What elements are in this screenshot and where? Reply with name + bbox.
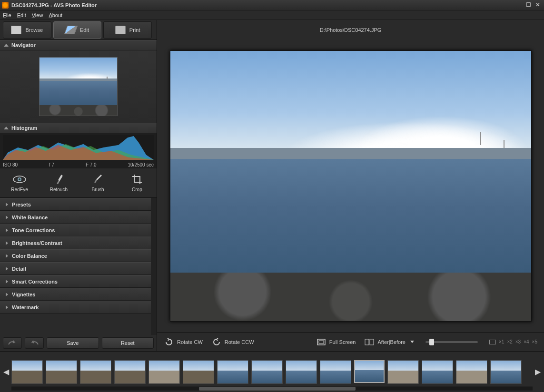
- zoom-1x[interactable]: ×1: [499, 339, 504, 344]
- histogram-panel: ISO 80 f 7 F 7.0 10/2500 sec: [0, 133, 157, 168]
- thumbnail[interactable]: [148, 360, 180, 384]
- edit-tab[interactable]: Edit: [53, 21, 102, 39]
- chevron-right-icon: [6, 216, 8, 219]
- filmstrip-next-button[interactable]: ▶: [534, 355, 542, 389]
- chevron-right-icon: [6, 305, 8, 309]
- chevron-right-icon: [6, 228, 8, 232]
- menu-file[interactable]: File: [3, 12, 11, 18]
- accordion-smart-corrections[interactable]: Smart Corrections: [0, 275, 151, 288]
- accordion-color-balance[interactable]: Color Balance: [0, 249, 151, 262]
- app-icon: [2, 2, 9, 9]
- chevron-right-icon: [6, 267, 8, 271]
- save-button[interactable]: Save: [47, 337, 99, 349]
- main-panel: D:\Photos\DSC04274.JPG: [157, 20, 544, 351]
- accordion-presets[interactable]: Presets: [0, 198, 151, 211]
- accordion-tone-corrections[interactable]: Tone Corrections: [0, 224, 151, 236]
- split-view-icon: [364, 337, 375, 347]
- redo-button[interactable]: [25, 337, 44, 349]
- accordion-list: Presets White Balance Tone Corrections B…: [0, 198, 151, 335]
- menubar: File Edit View About: [0, 10, 544, 20]
- svg-rect-5: [317, 339, 325, 345]
- zoom-fit-button[interactable]: [489, 340, 496, 344]
- thumbnail[interactable]: [490, 360, 522, 384]
- rotate-ccw-button[interactable]: Rotate CCW: [211, 337, 254, 347]
- menu-view[interactable]: View: [32, 12, 43, 18]
- folder-icon: [11, 26, 21, 34]
- tool-row: RedEye Retouch Brush Crop: [0, 168, 157, 198]
- thumbnail[interactable]: [183, 360, 214, 384]
- browse-tab[interactable]: Browse: [3, 21, 51, 39]
- print-tab[interactable]: Print: [103, 21, 152, 39]
- svg-rect-7: [365, 339, 369, 345]
- zoom-presets: ×1 ×2 ×3 ×4 ×5: [489, 339, 537, 344]
- thumbnail[interactable]: [217, 360, 248, 384]
- window-title: DSC04274.JPG - AVS Photo Editor: [11, 2, 97, 8]
- thumbnail[interactable]: [286, 360, 317, 384]
- zoom-3x[interactable]: ×3: [515, 339, 521, 344]
- close-button[interactable]: ✕: [534, 2, 542, 9]
- chevron-down-icon: [410, 341, 414, 343]
- collapse-icon: [4, 127, 9, 129]
- histo-shutter: 10/2500 sec: [128, 162, 154, 167]
- maximize-button[interactable]: ☐: [524, 2, 533, 9]
- retouch-tool[interactable]: Retouch: [43, 174, 74, 192]
- zoom-5x[interactable]: ×5: [532, 339, 537, 344]
- histo-fstop: F 7.0: [86, 162, 97, 167]
- thumbnail-selected[interactable]: [354, 360, 385, 383]
- file-path-label: D:\Photos\DSC04274.JPG: [157, 20, 544, 40]
- filmstrip-scrollbar[interactable]: [11, 386, 533, 391]
- accordion-vignettes[interactable]: Vignettes: [0, 288, 151, 301]
- thumbnail[interactable]: [320, 360, 351, 384]
- accordion-detail[interactable]: Detail: [0, 262, 151, 275]
- thumbnail[interactable]: [422, 360, 453, 384]
- filmstrip-prev-button[interactable]: ◀: [2, 355, 10, 389]
- zoom-2x[interactable]: ×2: [507, 339, 512, 344]
- navigator-header[interactable]: Navigator: [0, 40, 157, 50]
- zoom-4x[interactable]: ×4: [524, 339, 529, 344]
- rotate-ccw-icon: [211, 337, 222, 347]
- minimize-button[interactable]: —: [514, 2, 523, 9]
- thumbnail[interactable]: [46, 360, 77, 384]
- thumbnail[interactable]: [11, 360, 43, 384]
- filmstrip: ◀ ▶: [0, 351, 544, 392]
- crop-tool[interactable]: Crop: [122, 174, 152, 192]
- image-canvas[interactable]: [170, 50, 532, 322]
- thumbnail[interactable]: [456, 360, 487, 384]
- chevron-right-icon: [6, 280, 8, 284]
- menu-about[interactable]: About: [49, 12, 62, 18]
- rotate-cw-button[interactable]: Rotate CW: [164, 337, 203, 347]
- undo-button[interactable]: [3, 337, 22, 349]
- eye-icon: [12, 174, 27, 185]
- titlebar[interactable]: DSC04274.JPG - AVS Photo Editor — ☐ ✕: [0, 0, 544, 10]
- navigator-panel: [0, 50, 157, 123]
- brush-tool[interactable]: Brush: [83, 174, 113, 192]
- accordion-brightness-contrast[interactable]: Brightness/Contrast: [0, 236, 151, 249]
- accordion-white-balance[interactable]: White Balance: [0, 211, 151, 224]
- svg-rect-6: [319, 341, 324, 343]
- redeye-tool[interactable]: RedEye: [4, 174, 35, 192]
- chevron-right-icon: [6, 241, 8, 245]
- histogram-canvas: [3, 135, 154, 160]
- thumbnail[interactable]: [387, 360, 419, 384]
- zoom-slider[interactable]: [425, 341, 478, 343]
- printer-icon: [115, 26, 126, 34]
- accordion-watermark[interactable]: Watermark: [0, 301, 151, 314]
- wand-icon: [51, 174, 66, 185]
- crop-icon: [129, 174, 145, 185]
- after-before-dropdown[interactable]: After|Before: [364, 337, 414, 347]
- navigator-thumbnail[interactable]: [39, 57, 118, 116]
- collapse-icon: [4, 44, 9, 47]
- histogram-header[interactable]: Histogram: [0, 123, 157, 133]
- menu-edit[interactable]: Edit: [17, 12, 26, 18]
- mode-tabs: Browse Edit Print: [0, 20, 157, 40]
- chevron-right-icon: [6, 254, 8, 258]
- accordion-scrollbar[interactable]: [151, 198, 157, 335]
- reset-button[interactable]: Reset: [102, 337, 154, 349]
- fullscreen-icon: [316, 337, 326, 347]
- zoom-slider-knob[interactable]: [429, 339, 434, 345]
- thumbnail[interactable]: [80, 360, 111, 384]
- sidebar: Browse Edit Print Navigator Histogram: [0, 20, 157, 351]
- thumbnail[interactable]: [114, 360, 146, 384]
- fullscreen-button[interactable]: Full Screen: [316, 337, 356, 347]
- thumbnail[interactable]: [251, 360, 283, 384]
